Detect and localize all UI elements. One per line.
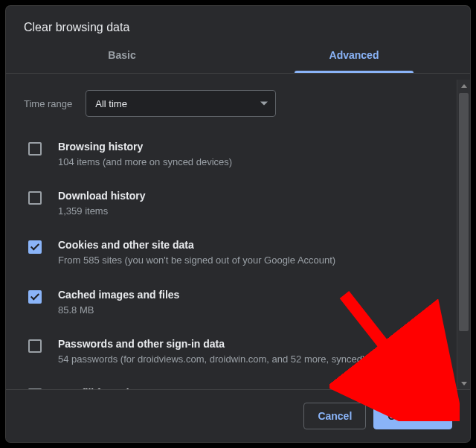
tab-basic-label: Basic: [108, 49, 135, 61]
item-title: Passwords and other sign-in data: [58, 338, 451, 350]
item-subtitle: From 585 sites (you won't be signed out …: [58, 254, 451, 267]
list-item: Cached images and files 85.8 MB: [24, 281, 451, 330]
time-range-select[interactable]: All time: [86, 90, 276, 117]
time-range-row: Time range All time: [24, 90, 451, 117]
item-subtitle: 1,359 items: [58, 205, 451, 218]
cancel-button-label: Cancel: [318, 410, 352, 422]
list-item: Autofill form data: [24, 380, 451, 390]
checkbox-cached[interactable]: [28, 290, 42, 304]
triangle-down-icon: [461, 382, 467, 385]
item-subtitle: 85.8 MB: [58, 304, 451, 317]
scroll-up-button[interactable]: [457, 80, 470, 92]
item-subtitle: 104 items (and more on synced devices): [58, 156, 451, 169]
list-item: Browsing history 104 items (and more on …: [24, 133, 451, 182]
checkbox-browsing-history[interactable]: [28, 142, 42, 156]
clear-browsing-data-dialog: Clear browsing data Basic Advanced Time …: [6, 6, 470, 442]
dialog-footer: Cancel Clear data: [6, 389, 470, 442]
item-subtitle: 54 passwords (for droidviews.com, droidw…: [58, 353, 451, 366]
list-item-texts: Browsing history 104 items (and more on …: [58, 141, 451, 169]
cancel-button[interactable]: Cancel: [303, 403, 366, 429]
item-title: Download history: [58, 190, 451, 202]
tabs: Basic Advanced: [6, 37, 470, 74]
tab-basic[interactable]: Basic: [6, 37, 238, 73]
clear-data-button[interactable]: Clear data: [373, 403, 452, 429]
list-item-texts: Download history 1,359 items: [58, 190, 451, 218]
tab-advanced[interactable]: Advanced: [238, 37, 470, 73]
list-item-texts: Cookies and other site data From 585 sit…: [58, 239, 451, 267]
list-item-texts: Passwords and other sign-in data 54 pass…: [58, 338, 451, 366]
chevron-down-icon: [260, 102, 268, 106]
item-title: Cached images and files: [58, 289, 451, 301]
scroll-thumb[interactable]: [459, 93, 469, 331]
data-type-list: Browsing history 104 items (and more on …: [24, 133, 451, 390]
tab-advanced-label: Advanced: [329, 49, 379, 61]
dialog-title: Clear browsing data: [6, 6, 470, 37]
list-item: Cookies and other site data From 585 sit…: [24, 231, 451, 281]
checkbox-passwords[interactable]: [28, 339, 42, 353]
triangle-up-icon: [461, 84, 467, 88]
item-title: Cookies and other site data: [58, 239, 451, 251]
scrollbar[interactable]: [457, 80, 470, 390]
time-range-label: Time range: [24, 98, 72, 109]
clear-data-button-label: Clear data: [387, 410, 438, 422]
list-item: Passwords and other sign-in data 54 pass…: [24, 330, 451, 380]
list-item: Download history 1,359 items: [24, 182, 451, 231]
time-range-value: All time: [95, 98, 127, 109]
checkbox-cookies[interactable]: [28, 240, 42, 254]
scroll-down-button[interactable]: [457, 377, 470, 390]
list-item-texts: Cached images and files 85.8 MB: [58, 289, 451, 317]
checkbox-download-history[interactable]: [28, 191, 42, 205]
item-title: Browsing history: [58, 141, 451, 153]
dialog-body: Time range All time Browsing history 104…: [6, 80, 457, 390]
